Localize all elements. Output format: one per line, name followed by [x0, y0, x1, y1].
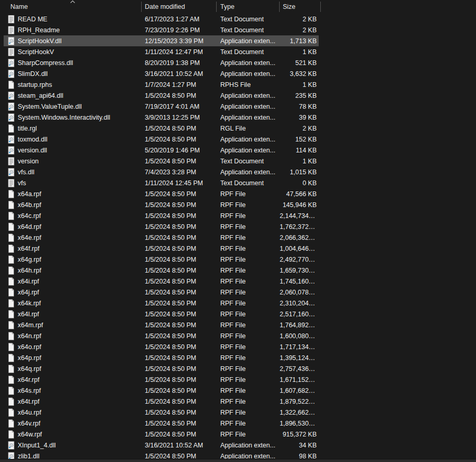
file-row[interactable]: x64q.rpf1/5/2024 8:50 PMRPF File2,757,43…: [0, 363, 321, 374]
file-type: RPF File: [217, 278, 280, 285]
file-row[interactable]: x64o.rpf1/5/2024 8:50 PMRPF File1,717,13…: [0, 341, 321, 352]
file-type: Text Document: [217, 179, 280, 187]
file-name-cell: x64n.rpf: [0, 332, 142, 340]
file-name-cell: XInput1_4.dll: [0, 441, 142, 450]
file-row[interactable]: version.dll5/20/2019 1:46 PMApplication …: [0, 145, 321, 156]
file-size: 1,896,530 KB: [280, 420, 321, 427]
file-name-cell: x64p.rpf: [0, 354, 142, 362]
file-row[interactable]: SlimDX.dll3/16/2021 10:52 AMApplication …: [0, 68, 321, 79]
file-row[interactable]: ScriptHookV.dll12/15/2023 3:39 PMApplica…: [0, 35, 321, 46]
file-row[interactable]: title.rgl1/5/2024 8:50 PMRGL File2 KB: [0, 123, 321, 134]
column-header-name[interactable]: Name: [0, 0, 142, 14]
file-type: RPF File: [217, 376, 280, 383]
file-row[interactable]: x64d.rpf1/5/2024 8:50 PMRPF File1,762,37…: [0, 221, 321, 232]
file-type: RPF File: [217, 300, 280, 307]
file-date-modified: 1/5/2024 8:50 PM: [142, 289, 217, 296]
file-row[interactable]: x64v.rpf1/5/2024 8:50 PMRPF File1,896,53…: [0, 418, 321, 429]
file-row[interactable]: x64k.rpf1/5/2024 8:50 PMRPF File2,310,20…: [0, 298, 321, 309]
file-row[interactable]: toxmod.dll1/5/2024 8:50 PMApplication ex…: [0, 134, 321, 145]
file-date-modified: 1/5/2024 8:50 PM: [142, 245, 217, 252]
file-type: Application exten...: [217, 147, 280, 154]
file-icon: [8, 212, 15, 220]
file-row[interactable]: x64j.rpf1/5/2024 8:50 PMRPF File2,060,07…: [0, 287, 321, 298]
file-size: 2,492,770 KB: [280, 256, 321, 263]
file-type: RPHS File: [217, 81, 280, 88]
file-date-modified: 1/5/2024 8:50 PM: [142, 311, 217, 318]
file-icon: [8, 387, 15, 395]
file-type: RGL File: [217, 125, 280, 132]
file-name: x64b.rpf: [18, 201, 41, 209]
file-date-modified: 1/5/2024 8:50 PM: [142, 376, 217, 383]
file-size: 2,060,078 KB: [280, 289, 321, 296]
file-row[interactable]: x64g.rpf1/5/2024 8:50 PMRPF File2,492,77…: [0, 254, 321, 265]
file-type: RPF File: [217, 212, 280, 220]
horizontal-scrollbar-track[interactable]: [0, 459, 476, 462]
file-row[interactable]: x64c.rpf1/5/2024 8:50 PMRPF File2,144,73…: [0, 210, 321, 221]
file-row[interactable]: x64b.rpf1/5/2024 8:50 PMRPF File145,946 …: [0, 199, 321, 210]
file-row[interactable]: RPH_Readme7/23/2019 2:26 PMText Document…: [0, 24, 321, 35]
file-name: XInput1_4.dll: [18, 442, 56, 449]
file-size: 1,762,372 KB: [280, 223, 321, 230]
file-row[interactable]: x64a.rpf1/5/2024 8:50 PMRPF File47,566 K…: [0, 188, 321, 199]
column-header-size-label: Size: [283, 3, 295, 10]
file-row[interactable]: x64l.rpf1/5/2024 8:50 PMRPF File2,517,16…: [0, 309, 321, 319]
file-row[interactable]: ScriptHookV1/11/2024 12:47 PMText Docume…: [0, 46, 321, 57]
file-date-modified: 1/5/2024 8:50 PM: [142, 190, 217, 198]
file-row[interactable]: x64s.rpf1/5/2024 8:50 PMRPF File1,607,68…: [0, 385, 321, 396]
column-header-date-modified-label: Date modified: [145, 3, 185, 10]
file-name: toxmod.dll: [18, 136, 47, 143]
file-type: RPF File: [217, 289, 280, 296]
file-row[interactable]: System.Windows.Interactivity.dll3/9/2013…: [0, 112, 321, 123]
file-row[interactable]: vfs1/11/2024 12:45 PMText Document0 KB: [0, 177, 321, 188]
file-row[interactable]: SharpCompress.dll8/20/2019 1:38 PMApplic…: [0, 57, 321, 68]
file-row[interactable]: x64r.rpf1/5/2024 8:50 PMRPF File1,671,15…: [0, 374, 321, 385]
file-name-cell: x64k.rpf: [0, 299, 142, 307]
file-row[interactable]: x64t.rpf1/5/2024 8:50 PMRPF File1,879,52…: [0, 396, 321, 407]
file-name-cell: READ ME: [0, 15, 142, 23]
file-date-modified: 5/20/2019 1:46 PM: [142, 147, 217, 154]
file-size: 2,517,160 KB: [280, 311, 321, 318]
file-row[interactable]: steam_api64.dll1/5/2024 8:50 PMApplicati…: [0, 90, 321, 101]
file-row[interactable]: XInput1_4.dll3/16/2021 10:52 AMApplicati…: [0, 440, 321, 451]
file-row[interactable]: x64i.rpf1/5/2024 8:50 PMRPF File1,745,16…: [0, 276, 321, 287]
file-row[interactable]: version1/5/2024 8:50 PMText Document1 KB: [0, 156, 321, 166]
file-row[interactable]: vfs.dll7/4/2023 3:28 PMApplication exten…: [0, 166, 321, 177]
file-date-modified: 1/5/2024 8:50 PM: [142, 409, 217, 416]
file-name-cell: x64j.rpf: [0, 288, 142, 297]
file-row[interactable]: x64h.rpf1/5/2024 8:50 PMRPF File1,659,73…: [0, 265, 321, 276]
file-name-cell: ScriptHookV: [0, 48, 142, 56]
file-row[interactable]: x64n.rpf1/5/2024 8:50 PMRPF File1,600,08…: [0, 330, 321, 341]
column-header-name-label: Name: [10, 3, 28, 10]
file-size: 2 KB: [280, 125, 321, 132]
column-header-type[interactable]: Type: [217, 0, 280, 14]
column-header-date-modified[interactable]: Date modified: [142, 0, 217, 14]
dll-icon: [8, 37, 15, 45]
file-type: Application exten...: [217, 114, 280, 121]
file-name-cell: x64d.rpf: [0, 223, 142, 231]
file-size: 2,757,436 KB: [280, 365, 321, 373]
file-row[interactable]: x64e.rpf1/5/2024 8:50 PMRPF File2,066,36…: [0, 232, 321, 243]
file-name-cell: toxmod.dll: [0, 135, 142, 144]
file-icon: [8, 408, 15, 417]
file-row[interactable]: READ ME6/17/2023 1:27 AMText Document2 K…: [0, 14, 321, 24]
column-header-size[interactable]: Size: [280, 0, 321, 14]
file-name: x64c.rpf: [18, 212, 41, 220]
file-row[interactable]: x64f.rpf1/5/2024 8:50 PMRPF File1,004,64…: [0, 243, 321, 254]
file-type: Application exten...: [217, 103, 280, 110]
file-name: x64h.rpf: [18, 267, 41, 274]
file-size: 1,713 KB: [280, 37, 321, 45]
file-name-cell: x64g.rpf: [0, 255, 142, 264]
file-row[interactable]: x64m.rpf1/5/2024 8:50 PMRPF File1,764,89…: [0, 319, 321, 330]
file-row[interactable]: startup.rphs1/7/2024 1:27 PMRPHS File1 K…: [0, 79, 321, 90]
file-size: 1,717,134 KB: [280, 343, 321, 351]
file-icon: [8, 332, 15, 340]
file-row[interactable]: x64u.rpf1/5/2024 8:50 PMRPF File1,322,66…: [0, 407, 321, 418]
file-row[interactable]: System.ValueTuple.dll7/19/2017 4:01 AMAp…: [0, 101, 321, 112]
file-row[interactable]: x64w.rpf1/5/2024 8:50 PMRPF File915,372 …: [0, 429, 321, 440]
file-size: 1 KB: [280, 81, 321, 88]
file-row[interactable]: x64p.rpf1/5/2024 8:50 PMRPF File1,395,12…: [0, 352, 321, 363]
file-size: 1,015 KB: [280, 169, 321, 176]
file-type: Application exten...: [217, 169, 280, 176]
file-icon: [8, 266, 15, 275]
file-size: 39 KB: [280, 114, 321, 121]
